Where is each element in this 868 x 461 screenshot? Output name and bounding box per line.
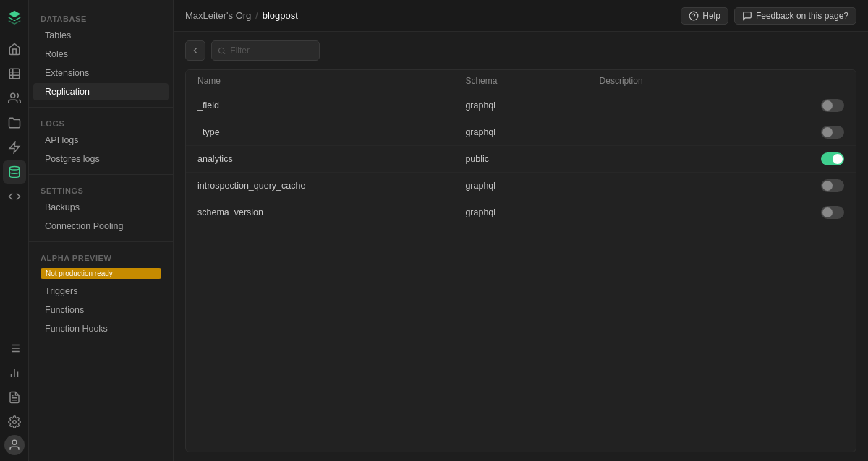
sidebar-item-connection-pooling[interactable]: Connection Pooling	[33, 217, 169, 235]
cell-description-3	[588, 173, 789, 199]
table-row: _field graphql	[186, 92, 856, 119]
svg-line-23	[224, 52, 225, 53]
filter-input-wrap	[211, 40, 320, 61]
main-content: MaxLeiter's Org / blogpost Help Feedback…	[174, 0, 868, 461]
sidebar-item-api-logs[interactable]: API logs	[33, 132, 169, 149]
toggle-1[interactable]	[821, 126, 844, 139]
table-row: schema_version graphql	[186, 199, 856, 226]
col-header-schema: Schema	[454, 70, 587, 92]
svg-point-18	[12, 421, 16, 424]
breadcrumb-org[interactable]: MaxLeiter's Org	[185, 10, 251, 21]
database-icon-btn[interactable]	[3, 160, 26, 184]
table-icon-btn[interactable]	[3, 62, 26, 85]
collapse-button[interactable]	[185, 40, 205, 61]
sidebar-item-function-hooks[interactable]: Function Hooks	[33, 320, 169, 337]
feedback-label: Feedback on this page?	[756, 11, 848, 21]
icon-sidebar	[0, 0, 29, 461]
replication-table: Name Schema Description _field graphql _…	[185, 69, 856, 452]
docs-icon-btn[interactable]	[3, 386, 26, 409]
filter-input[interactable]	[230, 46, 313, 56]
reports-icon-btn[interactable]	[3, 337, 26, 360]
sidebar-item-functions[interactable]: Functions	[33, 301, 169, 319]
left-nav: Database Tables Roles Extensions Replica…	[29, 0, 174, 461]
help-label: Help	[702, 11, 720, 21]
logo	[3, 6, 26, 29]
icon-sidebar-top	[3, 38, 26, 334]
cell-schema-1: graphql	[454, 119, 587, 146]
sidebar-item-tables[interactable]: Tables	[33, 27, 169, 44]
cell-description-2	[588, 146, 789, 173]
database-section-title: Database	[29, 9, 173, 26]
table: Name Schema Description _field graphql _…	[186, 70, 856, 225]
cell-name-3: introspection_query_cache	[186, 173, 454, 199]
cell-toggle-0	[788, 92, 856, 119]
nav-separator-2	[29, 174, 173, 175]
search-icon	[218, 46, 226, 56]
toggle-2[interactable]	[821, 152, 844, 165]
users-icon-btn[interactable]	[3, 87, 26, 110]
svg-marker-5	[9, 142, 20, 153]
toggle-0[interactable]	[821, 99, 844, 112]
cell-description-1	[588, 119, 789, 146]
help-button[interactable]: Help	[681, 7, 728, 25]
content: Name Schema Description _field graphql _…	[174, 32, 868, 461]
topbar: MaxLeiter's Org / blogpost Help Feedback…	[174, 0, 868, 32]
svg-point-4	[10, 93, 14, 98]
toggle-3[interactable]	[821, 179, 844, 192]
breadcrumb: MaxLeiter's Org / blogpost	[185, 10, 681, 21]
feedback-icon	[742, 11, 752, 21]
settings-icon-btn[interactable]	[3, 410, 26, 434]
cell-schema-3: graphql	[454, 173, 587, 199]
settings-section-title: Settings	[29, 181, 173, 198]
chevron-left-icon	[190, 46, 200, 56]
alpha-section-title: Alpha Preview	[29, 248, 173, 265]
col-header-toggle	[788, 70, 856, 92]
sidebar-item-triggers[interactable]: Triggers	[33, 283, 169, 300]
cell-name-0: _field	[186, 92, 454, 119]
cell-toggle-2	[788, 146, 856, 173]
topbar-actions: Help Feedback on this page?	[681, 7, 856, 25]
cell-toggle-3	[788, 173, 856, 199]
svg-point-19	[12, 440, 17, 444]
col-header-description: Description	[588, 70, 789, 92]
edge-functions-icon-btn[interactable]	[3, 136, 26, 159]
storage-icon-btn[interactable]	[3, 111, 26, 134]
api-icon-btn[interactable]	[3, 185, 26, 208]
icon-sidebar-bottom	[3, 337, 26, 461]
sidebar-item-replication[interactable]: Replication	[33, 83, 169, 100]
cell-name-1: _type	[186, 119, 454, 146]
cell-schema-0: graphql	[454, 92, 587, 119]
home-icon-btn[interactable]	[3, 38, 26, 61]
sidebar-item-roles[interactable]: Roles	[33, 46, 169, 63]
breadcrumb-project[interactable]: blogpost	[263, 10, 298, 21]
nav-separator-3	[29, 241, 173, 242]
sidebar-item-extensions[interactable]: Extensions	[33, 64, 169, 82]
col-header-name: Name	[186, 70, 454, 92]
cell-description-0	[588, 92, 789, 119]
alpha-badge: Not production ready	[41, 268, 161, 279]
help-icon	[689, 11, 699, 21]
cell-schema-4: graphql	[454, 199, 587, 226]
filter-bar	[185, 40, 856, 61]
avatar[interactable]	[4, 435, 25, 455]
cell-name-4: schema_version	[186, 199, 454, 226]
table-row: _type graphql	[186, 119, 856, 146]
breadcrumb-separator: /	[255, 11, 258, 21]
nav-separator-1	[29, 107, 173, 108]
table-row: introspection_query_cache graphql	[186, 173, 856, 199]
cell-toggle-1	[788, 119, 856, 146]
sidebar-item-postgres-logs[interactable]: Postgres logs	[33, 150, 169, 168]
sidebar-item-backups[interactable]: Backups	[33, 199, 169, 216]
svg-point-22	[218, 48, 224, 53]
analytics-icon-btn[interactable]	[3, 361, 26, 384]
table-row: analytics public	[186, 146, 856, 173]
cell-name-2: analytics	[186, 146, 454, 173]
cell-schema-2: public	[454, 146, 587, 173]
feedback-button[interactable]: Feedback on this page?	[734, 7, 856, 25]
svg-rect-0	[9, 69, 20, 79]
svg-point-6	[9, 167, 20, 171]
cell-toggle-4	[788, 199, 856, 226]
logs-section-title: Logs	[29, 113, 173, 131]
cell-description-4	[588, 199, 789, 226]
toggle-4[interactable]	[821, 206, 844, 219]
